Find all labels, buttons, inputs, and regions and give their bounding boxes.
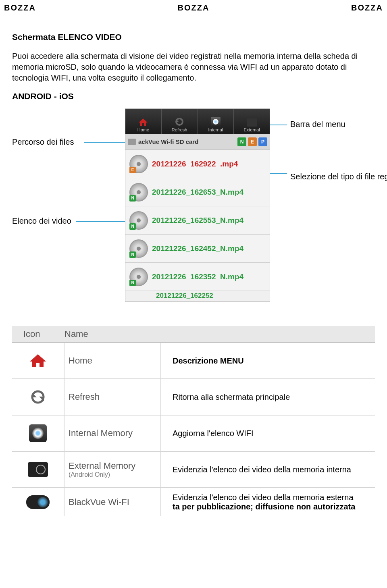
table-row: External Memory (Android Only) Evidenzia… xyxy=(12,452,375,488)
menu-bar: Home Refresh Internal External xyxy=(125,109,270,134)
table-row: Home Descrizione MENU xyxy=(12,343,375,379)
file-badge: N xyxy=(129,223,136,230)
row-desc: Aggiorna l'elenco WIFI xyxy=(161,429,375,438)
menu-description-table: Icon Name Home Descrizione MENU Refresh … xyxy=(12,326,375,516)
list-item[interactable]: E 20121226_162922_.mp4 xyxy=(125,150,270,178)
file-badge: E xyxy=(129,167,136,173)
page-title: Schermata ELENCO VIDEO xyxy=(12,32,375,42)
file-name: 20121226_162452_N.mp4 xyxy=(152,244,243,253)
tab-refresh-label: Refresh xyxy=(172,127,187,132)
disc-icon xyxy=(29,424,47,442)
home-icon xyxy=(28,353,48,369)
row-desc: Evidenzia l'elenco dei video della memor… xyxy=(161,465,375,474)
platform-subhead: ANDROID - iOS xyxy=(12,91,375,101)
reel-icon: N xyxy=(129,211,148,230)
table-header: Icon Name xyxy=(12,326,375,343)
camera-icon xyxy=(26,495,50,509)
reel-icon: N xyxy=(129,268,148,286)
file-name: 20121226_162252 xyxy=(129,292,266,300)
reel-icon: E xyxy=(129,155,148,173)
phone-screenshot: Home Refresh Internal External ackVue Wi… xyxy=(125,108,270,302)
row-sub: (Android Only) xyxy=(69,471,160,478)
folder-icon xyxy=(128,139,136,145)
file-list: E 20121226_162922_.mp4 N 20121226_162653… xyxy=(125,150,270,301)
row-desc: Evidenzia l'elenco dei video della memor… xyxy=(161,493,375,511)
footer-warning: ta per pubblicazione; diffusione non aut… xyxy=(173,502,375,511)
file-name: 20121226_162653_N.mp4 xyxy=(152,188,243,197)
file-name: 20121226_162922_.mp4 xyxy=(152,160,238,168)
file-badge: N xyxy=(129,251,136,258)
row-name: External Memory (Android Only) xyxy=(64,452,161,487)
path-bar: ackVue Wi-fi SD card N E P xyxy=(125,134,270,150)
watermark-center: BOZZA xyxy=(178,3,210,12)
table-row: BlackVue Wi-FI Evidenzia l'elenco dei vi… xyxy=(12,488,375,516)
tab-internal-label: Internal xyxy=(208,127,223,132)
disc-icon xyxy=(211,117,221,127)
file-badge: N xyxy=(129,195,136,202)
list-item[interactable]: N 20121226_162452_N.mp4 xyxy=(125,235,270,263)
tab-internal[interactable]: Internal xyxy=(198,109,234,134)
callout-line xyxy=(76,221,128,222)
refresh-icon xyxy=(175,117,184,127)
sd-card-icon xyxy=(28,462,48,477)
diagram-area: Barra del menu Percorso dei files Selezi… xyxy=(12,108,375,318)
row-desc: Ritorna alla schermata principale xyxy=(161,393,375,402)
col-name: Name xyxy=(64,329,161,339)
table-row: Internal Memory Aggiorna l'elenco WIFI xyxy=(12,416,375,452)
list-item[interactable]: N 20121226_162352_N.mp4 xyxy=(125,263,270,291)
list-item[interactable]: N 20121226_162653_N.mp4 xyxy=(125,178,270,206)
tab-refresh[interactable]: Refresh xyxy=(162,109,198,134)
watermark-left: BOZZA xyxy=(4,3,36,12)
callout-file-type: Selezione del tipo di file registrati xyxy=(290,172,387,181)
filter-badge-n[interactable]: N xyxy=(237,137,246,146)
file-name: 20121226_162352_N.mp4 xyxy=(152,272,243,281)
tab-home[interactable]: Home xyxy=(125,109,162,134)
callout-file-path: Percorso dei files xyxy=(12,137,74,147)
row-name: Internal Memory xyxy=(64,416,161,451)
file-name: 20121226_162553_N.mp4 xyxy=(152,216,243,225)
filter-badge-e[interactable]: E xyxy=(248,137,257,146)
table-row: Refresh Ritorna alla schermata principal… xyxy=(12,379,375,416)
tab-external[interactable]: External xyxy=(234,109,270,134)
refresh-icon xyxy=(29,389,46,405)
tab-external-label: External xyxy=(243,127,260,132)
list-item[interactable]: N 20121226_162553_N.mp4 xyxy=(125,206,270,235)
menu-desc-title: Descrizione MENU xyxy=(161,356,375,366)
reel-icon: N xyxy=(129,183,148,202)
sd-card-icon xyxy=(247,118,257,127)
callout-line xyxy=(84,142,126,143)
intro-paragraph: Puoi accedere alla schermata di visione … xyxy=(12,51,375,83)
row-name: BlackVue Wi-FI xyxy=(64,488,161,516)
col-icon: Icon xyxy=(12,329,64,339)
callout-video-list: Elenco dei video xyxy=(12,216,71,226)
callout-menu-bar: Barra del menu xyxy=(290,120,345,129)
list-item-partial: 20121226_162252 xyxy=(125,291,270,301)
tab-home-label: Home xyxy=(137,127,149,132)
file-badge: N xyxy=(129,280,136,286)
filter-badge-p[interactable]: P xyxy=(258,137,267,146)
reel-icon: N xyxy=(129,239,148,258)
row-name: Refresh xyxy=(64,379,161,415)
home-icon xyxy=(138,118,148,127)
watermark-right: BOZZA xyxy=(351,3,383,12)
row-name: Home xyxy=(64,343,161,378)
path-text: ackVue Wi-fi SD card xyxy=(138,138,236,145)
